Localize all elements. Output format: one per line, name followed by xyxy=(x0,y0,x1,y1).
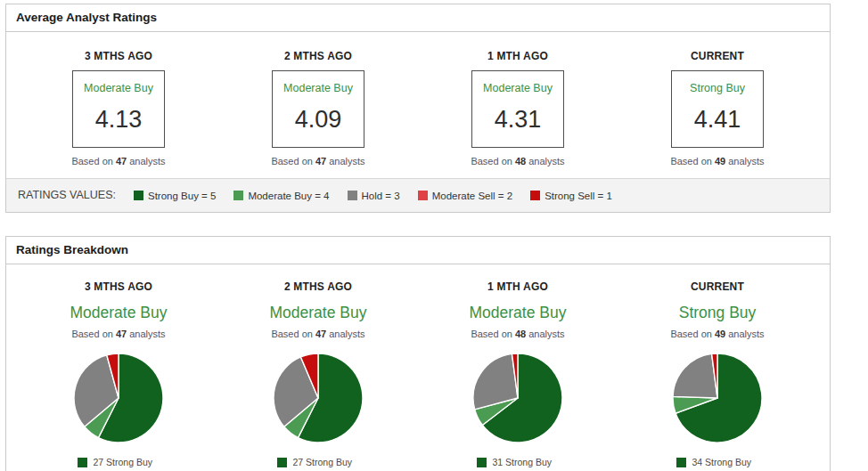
based-on-prefix: Based on xyxy=(71,329,116,339)
based-on-analysts: Based on 47 analysts xyxy=(218,156,418,166)
period-label: 3 MTHS AGO xyxy=(19,50,218,62)
average-analyst-ratings-panel: Average Analyst Ratings 3 MTHS AGOModera… xyxy=(5,4,831,213)
average-ratings-row: 3 MTHS AGOModerate Buy4.13Based on 47 an… xyxy=(6,32,830,178)
rating-consensus-label: Strong Buy xyxy=(672,82,763,94)
pie-legend-row: 31 Strong Buy xyxy=(477,457,558,467)
ratings-breakdown-panel: Ratings Breakdown 3 MTHS AGOModerate Buy… xyxy=(5,236,831,471)
legend-color-swatch-icon xyxy=(530,191,540,200)
ratings-breakdown-title: Ratings Breakdown xyxy=(6,237,830,264)
pie-legend: 27 Strong Buy3 Moderate Buy15 Hold2 Stro… xyxy=(78,453,159,471)
legend-count: 27 xyxy=(93,457,103,467)
legend-color-swatch-icon xyxy=(676,458,686,467)
avg-rating-column: 3 MTHS AGOModerate Buy4.13Based on 47 an… xyxy=(19,50,218,166)
ratings-pie-chart xyxy=(272,352,364,444)
rating-consensus-label: Moderate Buy xyxy=(273,82,364,94)
pie-legend-row: 27 Strong Buy xyxy=(277,457,358,467)
rating-consensus-label: Moderate Buy xyxy=(73,82,164,94)
legend-color-swatch-icon xyxy=(348,191,357,200)
analyst-count: 48 xyxy=(515,329,526,339)
average-ratings-title: Average Analyst Ratings xyxy=(6,4,830,32)
legend-color-swatch-icon xyxy=(134,191,143,200)
based-on-prefix: Based on xyxy=(71,156,116,166)
legend-item-label: Moderate Sell = 2 xyxy=(432,191,512,201)
legend-item-label: Moderate Buy = 4 xyxy=(248,191,329,201)
legend-item-label: Hold = 3 xyxy=(362,191,400,201)
pie-slice-hold xyxy=(673,353,717,398)
rating-box: Strong Buy4.41 xyxy=(671,70,764,148)
period-label: 1 MTH AGO xyxy=(418,50,618,62)
ratings-values-label: RATINGS VALUES: xyxy=(18,189,116,201)
period-label: CURRENT xyxy=(618,280,817,293)
breakdown-column: 2 MTHS AGOModerate BuyBased on 47 analys… xyxy=(218,280,418,471)
based-on-prefix: Based on xyxy=(670,156,715,166)
breakdown-column: 3 MTHS AGOModerate BuyBased on 47 analys… xyxy=(19,280,218,471)
based-on-analysts: Based on 49 analysts xyxy=(618,329,817,339)
pie-legend: 27 Strong Buy3 Moderate Buy14 Hold3 Stro… xyxy=(277,453,358,471)
based-on-analysts: Based on 47 analysts xyxy=(19,329,218,339)
based-on-suffix: analysts xyxy=(326,156,364,166)
based-on-analysts: Based on 47 analysts xyxy=(19,156,218,166)
legend-count: 34 xyxy=(692,457,702,467)
legend-item-label: Strong Buy = 5 xyxy=(148,191,216,201)
legend-label: Strong Buy xyxy=(705,457,751,467)
rating-box: Moderate Buy4.09 xyxy=(272,70,364,148)
legend-color-swatch-icon xyxy=(78,458,87,467)
rating-consensus-label: Moderate Buy xyxy=(19,304,218,322)
avg-rating-column: 2 MTHS AGOModerate Buy4.09Based on 47 an… xyxy=(218,50,418,166)
period-label: 3 MTHS AGO xyxy=(19,280,218,293)
analyst-count: 47 xyxy=(315,329,326,339)
based-on-analysts: Based on 47 analysts xyxy=(218,329,418,339)
based-on-prefix: Based on xyxy=(271,329,315,339)
rating-score-value: 4.31 xyxy=(472,106,563,134)
ratings-pie-chart xyxy=(671,352,764,444)
legend-color-swatch-icon xyxy=(477,458,487,467)
rating-score-value: 4.13 xyxy=(73,106,164,134)
based-on-suffix: analysts xyxy=(725,156,764,166)
legend-color-swatch-icon xyxy=(418,191,428,200)
based-on-analysts: Based on 48 analysts xyxy=(418,329,618,339)
period-label: CURRENT xyxy=(618,50,817,62)
ratings-pie-chart xyxy=(471,352,564,444)
ratings-value-legend-item: Moderate Buy = 4 xyxy=(233,191,329,201)
rating-score-value: 4.09 xyxy=(273,106,364,134)
period-label: 2 MTHS AGO xyxy=(218,280,418,293)
rating-box: Moderate Buy4.31 xyxy=(471,70,564,148)
analyst-count: 49 xyxy=(715,156,725,166)
based-on-analysts: Based on 49 analysts xyxy=(618,156,817,166)
legend-label: Strong Buy xyxy=(106,457,152,467)
pie-legend: 31 Strong Buy3 Moderate Buy13 Hold1 Stro… xyxy=(477,453,558,471)
based-on-suffix: analysts xyxy=(526,329,564,339)
ratings-value-legend-item: Strong Buy = 5 xyxy=(134,191,216,201)
pie-legend: 34 Strong Buy3 Moderate Buy11 Hold1 Stro… xyxy=(676,453,757,471)
legend-label: Strong Buy xyxy=(306,457,352,467)
based-on-suffix: analysts xyxy=(526,156,564,166)
based-on-prefix: Based on xyxy=(271,156,315,166)
rating-consensus-label: Strong Buy xyxy=(618,304,817,322)
analyst-count: 49 xyxy=(715,329,725,339)
based-on-suffix: analysts xyxy=(127,329,165,339)
based-on-suffix: analysts xyxy=(326,329,364,339)
legend-item-label: Strong Sell = 1 xyxy=(545,191,612,201)
rating-consensus-label: Moderate Buy xyxy=(472,82,563,94)
rating-consensus-label: Moderate Buy xyxy=(418,304,618,322)
ratings-value-legend-item: Hold = 3 xyxy=(348,191,400,201)
avg-rating-column: 1 MTH AGOModerate Buy4.31Based on 48 ana… xyxy=(418,50,618,166)
based-on-suffix: analysts xyxy=(127,156,165,166)
breakdown-column: CURRENTStrong BuyBased on 49 analysts34 … xyxy=(618,280,817,471)
legend-count: 27 xyxy=(292,457,303,467)
period-label: 1 MTH AGO xyxy=(418,280,618,293)
rating-box: Moderate Buy4.13 xyxy=(72,70,165,148)
legend-color-swatch-icon xyxy=(233,191,243,200)
period-label: 2 MTHS AGO xyxy=(218,50,418,62)
pie-legend-row: 34 Strong Buy xyxy=(676,457,757,467)
breakdown-column: 1 MTH AGOModerate BuyBased on 48 analyst… xyxy=(418,280,618,471)
based-on-prefix: Based on xyxy=(471,329,515,339)
based-on-analysts: Based on 48 analysts xyxy=(418,156,618,166)
ratings-value-legend-item: Strong Sell = 1 xyxy=(530,191,612,201)
analyst-count: 48 xyxy=(515,156,526,166)
legend-count: 31 xyxy=(492,457,503,467)
ratings-breakdown-row: 3 MTHS AGOModerate BuyBased on 47 analys… xyxy=(6,264,830,471)
analyst-count: 47 xyxy=(116,156,127,166)
rating-score-value: 4.41 xyxy=(672,106,763,134)
pie-legend-row: 27 Strong Buy xyxy=(78,457,159,467)
